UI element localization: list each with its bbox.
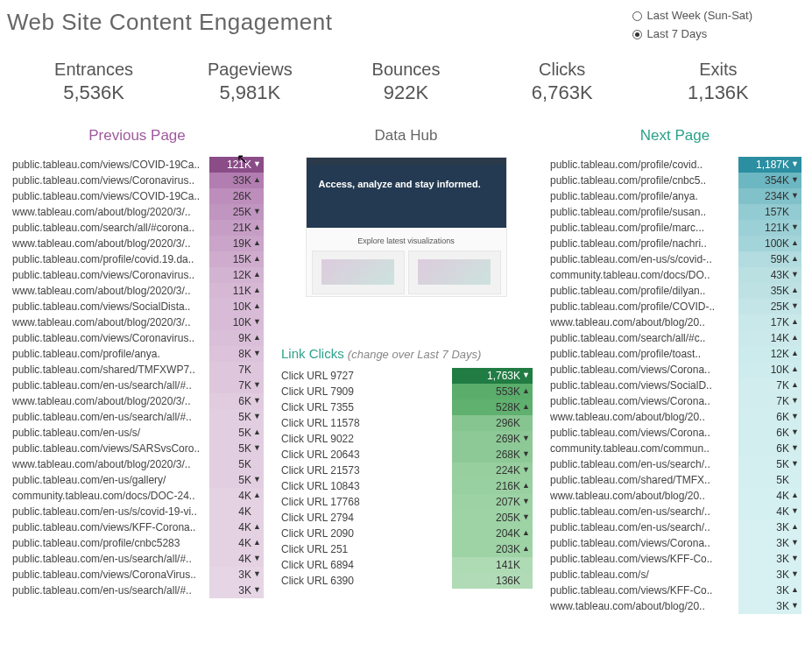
table-row[interactable]: public.tableau.com/views/Coronavirus..33…: [11, 173, 264, 188]
row-value: 205K▼: [452, 510, 533, 526]
row-label: public.tableau.com/profile/covid.19.da..: [11, 251, 209, 267]
table-row[interactable]: public.tableau.com/profile/toast..12K▲: [548, 346, 801, 362]
table-row[interactable]: public.tableau.com/views/KFF-Co..3K▲: [548, 583, 801, 598]
table-row[interactable]: Click URL 20643268K▼: [279, 447, 533, 463]
table-row[interactable]: www.tableau.com/about/blog/20..6K▼: [548, 409, 801, 425]
table-row[interactable]: public.tableau.com/views/SocialDista..10…: [11, 299, 264, 314]
table-row[interactable]: public.tableau.com/en-us/gallery/5K▼: [11, 472, 264, 488]
table-row[interactable]: Click URL 9022269K▼: [279, 431, 533, 447]
table-row[interactable]: public.tableau.com/search/all/#corona..2…: [11, 220, 264, 236]
row-label: www.tableau.com/about/blog/20..: [548, 598, 738, 614]
table-row[interactable]: public.tableau.com/en-us/s/5K▲: [11, 425, 264, 441]
row-value: 141K: [452, 557, 533, 573]
table-row[interactable]: Click URL 2090204K▲: [279, 526, 533, 541]
arrow-down-icon: ▼: [253, 444, 260, 452]
table-row[interactable]: public.tableau.com/views/KFF-Corona..4K▲: [11, 519, 264, 535]
table-row[interactable]: Click URL 97271,763K▼: [279, 368, 533, 384]
arrow-down-icon: ▼: [791, 460, 798, 468]
table-row[interactable]: public.tableau.com/profile/covid..1,187K…: [548, 157, 801, 173]
table-row[interactable]: community.tableau.com/docs/DOC-24..4K▲: [11, 488, 264, 504]
table-row[interactable]: www.tableau.com/about/blog/20..4K▲: [548, 488, 801, 504]
table-row[interactable]: public.tableau.com/views/Corona..7K▼: [548, 393, 801, 409]
table-row[interactable]: Click URL 6390136K: [279, 573, 533, 589]
table-row[interactable]: www.tableau.com/about/blog/20..17K▲: [548, 314, 801, 330]
row-label: Click URL 17768: [279, 494, 452, 510]
table-row[interactable]: public.tableau.com/views/CoronaVirus..3K…: [11, 567, 264, 583]
row-value: 15K▲: [209, 251, 264, 267]
table-row[interactable]: www.tableau.com/about/blog/2020/3/..25K▼: [11, 204, 264, 220]
table-row[interactable]: public.tableau.com/profile/COVID-..25K▼: [548, 299, 801, 314]
row-label: Click URL 6390: [279, 573, 452, 589]
table-row[interactable]: Click URL 17768207K▼: [279, 494, 533, 510]
row-value: 9K▲: [209, 330, 264, 346]
table-row[interactable]: public.tableau.com/profile/marc...121K▼: [548, 220, 801, 236]
table-row[interactable]: public.tableau.com/views/Corona..10K▲: [548, 362, 801, 378]
arrow-up-icon: ▲: [791, 318, 798, 326]
table-row[interactable]: public.tableau.com/profile/susan..157K: [548, 204, 801, 220]
table-row[interactable]: www.tableau.com/about/blog/20..3K▼: [548, 598, 801, 614]
table-row[interactable]: public.tableau.com/views/KFF-Co..3K▼: [548, 551, 801, 567]
table-row[interactable]: Click URL 11578296K: [279, 415, 533, 431]
table-row[interactable]: public.tableau.com/profile/dilyan..35K▲: [548, 283, 801, 299]
table-row[interactable]: public.tableau.com/en-us/s/covid-19-vi..…: [11, 504, 264, 519]
table-row[interactable]: public.tableau.com/views/Corona..6K▼: [548, 425, 801, 441]
table-row[interactable]: Click URL 251203K▲: [279, 541, 533, 557]
table-row[interactable]: public.tableau.com/profile/anya.234K▼: [548, 188, 801, 204]
row-value: 7K▼: [738, 393, 801, 409]
table-row[interactable]: www.tableau.com/about/blog/2020/3/..10K▼: [11, 314, 264, 330]
table-row[interactable]: public.tableau.com/shared/TMFXWP7..7K: [11, 362, 264, 378]
table-row[interactable]: Click URL 10843216K▲: [279, 478, 533, 494]
table-row[interactable]: public.tableau.com/views/SocialD..7K▲: [548, 378, 801, 393]
table-row[interactable]: www.tableau.com/about/blog/2020/3/..5K: [11, 456, 264, 472]
arrow-down-icon: ▼: [522, 498, 529, 505]
arrow-up-icon: ▲: [522, 403, 529, 411]
table-row[interactable]: public.tableau.com/en-us/search/all/#..3…: [11, 583, 264, 598]
table-row[interactable]: public.tableau.com/views/Coronavirus..9K…: [11, 330, 264, 346]
table-row[interactable]: public.tableau.com/profile/anya.8K▼: [11, 346, 264, 362]
table-row[interactable]: www.tableau.com/about/blog/2020/3/..6K▼: [11, 393, 264, 409]
table-row[interactable]: www.tableau.com/about/blog/2020/3/..11K▲: [11, 283, 264, 299]
table-row[interactable]: Click URL 7909553K▲: [279, 384, 533, 399]
row-value: 35K▲: [738, 283, 801, 299]
kpi: Exits1,136K: [640, 60, 796, 104]
table-row[interactable]: public.tableau.com/views/COVID-19Ca..121…: [11, 157, 264, 173]
period-option-last-7-days[interactable]: Last 7 Days: [632, 25, 752, 44]
row-label: public.tableau.com/search/all/#corona..: [11, 220, 209, 236]
table-row[interactable]: public.tableau.com/profile/nachri..100K▲: [548, 236, 801, 251]
data-hub-preview[interactable]: Access, analyze and stay informed. Explo…: [306, 157, 507, 297]
table-row[interactable]: public.tableau.com/views/Corona..3K▼: [548, 535, 801, 551]
table-row[interactable]: public.tableau.com/views/SARSvsCoro..5K▼: [11, 441, 264, 456]
table-row[interactable]: www.tableau.com/about/blog/2020/3/..19K▲: [11, 236, 264, 251]
table-row[interactable]: Click URL 6894141K: [279, 557, 533, 573]
table-row[interactable]: public.tableau.com/s/3K▼: [548, 567, 801, 583]
row-label: public.tableau.com/en-us/s/: [11, 425, 209, 441]
row-label: public.tableau.com/en-us/search/..: [548, 504, 738, 519]
table-row[interactable]: public.tableau.com/en-us/search/..5K▼: [548, 456, 801, 472]
row-label: Click URL 9022: [279, 431, 452, 447]
row-value: 5K: [209, 456, 264, 472]
table-row[interactable]: public.tableau.com/profile/covid.19.da..…: [11, 251, 264, 267]
table-row[interactable]: public.tableau.com/search/all/#c..14K▲: [548, 330, 801, 346]
table-row[interactable]: public.tableau.com/views/COVID-19Ca..26K: [11, 188, 264, 204]
table-row[interactable]: public.tableau.com/en-us/search/..3K▲: [548, 519, 801, 535]
table-row[interactable]: public.tableau.com/en-us/search/all/#..5…: [11, 409, 264, 425]
table-row[interactable]: public.tableau.com/en-us/search/all/#..4…: [11, 551, 264, 567]
arrow-down-icon: ▼: [791, 428, 798, 436]
table-row[interactable]: public.tableau.com/shared/TMFX..5K: [548, 472, 801, 488]
table-row[interactable]: community.tableau.com/commun..6K▼: [548, 441, 801, 456]
period-option-last-week[interactable]: Last Week (Sun-Sat): [632, 7, 752, 25]
row-label: www.tableau.com/about/blog/2020/3/..: [11, 204, 209, 220]
table-row[interactable]: public.tableau.com/en-us/search/all/#..7…: [11, 378, 264, 393]
table-row[interactable]: Click URL 7355528K▲: [279, 399, 533, 415]
table-row[interactable]: public.tableau.com/en-us/search/..4K▼: [548, 504, 801, 519]
table-row[interactable]: public.tableau.com/profile/cnbc52834K▲: [11, 535, 264, 551]
table-row[interactable]: public.tableau.com/views/Coronavirus..12…: [11, 267, 264, 283]
row-label: public.tableau.com/search/all/#c..: [548, 330, 738, 346]
table-row[interactable]: public.tableau.com/en-us/s/covid-..59K▲: [548, 251, 801, 267]
table-row[interactable]: Click URL 21573224K▼: [279, 463, 533, 478]
table-row[interactable]: Click URL 2794205K▼: [279, 510, 533, 526]
table-row[interactable]: community.tableau.com/docs/DO..43K▼: [548, 267, 801, 283]
row-value: 12K▲: [738, 346, 801, 362]
table-row[interactable]: public.tableau.com/profile/cnbc5..354K▼: [548, 173, 801, 188]
arrow-down-icon: ▼: [791, 397, 798, 405]
